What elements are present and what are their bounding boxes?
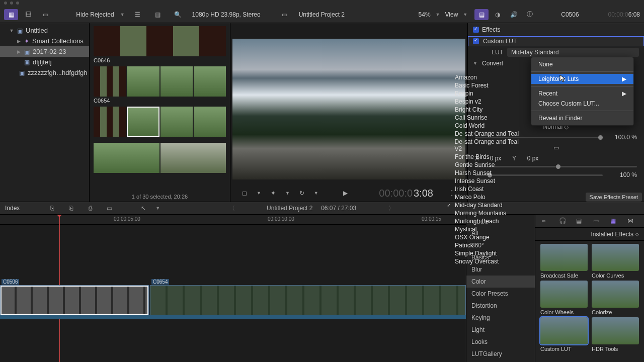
lut-menu-reveal[interactable]: Reveal in Finder	[531, 113, 633, 123]
lut-menu-choose[interactable]: Choose Custom LUT...	[531, 99, 633, 109]
clip-thumb[interactable]	[94, 26, 226, 56]
crop-rect-icon[interactable]: ▭	[553, 144, 559, 151]
lut-menu-recent[interactable]: Recent▶	[531, 88, 633, 99]
clapboard-icon[interactable]: ▭	[278, 9, 292, 20]
fx-transitions-icon[interactable]: ⋈	[627, 217, 637, 225]
lut-list-item[interactable]: De-sat Orange and Teal V2	[443, 138, 528, 153]
lut-list-item[interactable]: Intense Sunset	[443, 177, 528, 185]
retime-icon[interactable]: ↻	[295, 188, 309, 199]
clip-thumb[interactable]	[160, 107, 193, 137]
effect-item[interactable]: Custom LUT	[540, 317, 588, 352]
lut-menu-leightons[interactable]: Leighton's Luts▶	[531, 74, 633, 84]
effect-item[interactable]: Colorize	[592, 281, 639, 315]
append-clip-icon[interactable]: ⎙	[83, 203, 97, 214]
clip-thumb[interactable]	[194, 66, 226, 97]
titles-icon[interactable]: ▭	[38, 9, 52, 20]
lut-list-item[interactable]: OSX Orange	[443, 233, 528, 241]
lut-list-item[interactable]: Bespin	[443, 89, 528, 98]
clip-thumb[interactable]	[94, 66, 126, 97]
timeline-clip[interactable]: C0654	[150, 285, 466, 315]
clip-thumb[interactable]	[94, 107, 126, 137]
view-dropdown[interactable]: View	[445, 11, 458, 18]
timeline-clip[interactable]: C0506	[0, 285, 149, 315]
timeline[interactable]: 00:00:05:00 00:00:10:00 00:00:15 C0506 C…	[0, 215, 466, 362]
lut-list-item[interactable]: Patrick	[443, 241, 528, 249]
lut-list-item[interactable]: De-sat Orange and Teal	[443, 130, 528, 138]
effect-item[interactable]: Broadcast Safe	[540, 244, 588, 279]
lut-list-item[interactable]: Amazon	[443, 73, 528, 81]
inspector-audio-icon[interactable]: 🔊	[507, 9, 521, 20]
clip-thumb[interactable]	[94, 143, 159, 173]
effect-item[interactable]: Color Wheels	[540, 281, 588, 315]
category-item[interactable]: Color Presets	[466, 288, 535, 300]
arrow-tool-icon[interactable]: ↖	[136, 203, 150, 214]
effect-item[interactable]: Color Curves	[592, 244, 639, 279]
lut-list-item[interactable]: Simple Daylight	[443, 249, 528, 257]
list-view-icon[interactable]: ☰	[131, 9, 145, 20]
sidebar-item[interactable]: ▶✦Smart Collections	[0, 36, 89, 46]
lut-list-menu[interactable]: AmazonBasic ForestBespinBespin v2Bright …	[443, 71, 528, 267]
clip-thumb[interactable]	[160, 143, 226, 173]
lut-dropdown[interactable]: Mid-day Standard	[507, 48, 639, 57]
next-edit-icon[interactable]: 〉	[388, 205, 394, 212]
prev-edit-icon[interactable]: 〈	[229, 205, 235, 212]
lut-list-item[interactable]: Bright City	[443, 106, 528, 114]
fx-effects-icon[interactable]: ▦	[610, 217, 620, 225]
sidebar-item[interactable]: ▣dtjtjtetj	[0, 57, 89, 67]
index-button[interactable]: Index	[5, 205, 20, 212]
lut-list-item[interactable]: Cold World	[443, 122, 528, 130]
search-icon[interactable]: 🔍	[171, 9, 185, 20]
connect-clip-icon[interactable]: ⎘	[45, 203, 59, 214]
category-item[interactable]: Looks	[466, 336, 535, 348]
lut-list-item[interactable]: Irish Coast	[443, 185, 528, 193]
overwrite-clip-icon[interactable]: ▭	[102, 203, 116, 214]
category-item[interactable]: LUTGallery	[466, 348, 535, 360]
custom-lut-checkbox[interactable]	[473, 38, 479, 44]
lut-list-item[interactable]: Cali Sunrise	[443, 114, 528, 122]
play-icon[interactable]: ▶	[339, 188, 353, 199]
effects-checkbox[interactable]	[473, 27, 479, 33]
crop-icon[interactable]: ◻	[237, 188, 252, 199]
disclosure-triangle-icon[interactable]: ▼	[473, 61, 478, 66]
library-toggle-icon[interactable]: ▦	[4, 9, 18, 20]
lut-list-item[interactable]: For the Birds	[443, 153, 528, 161]
category-item[interactable]: Distortion	[466, 300, 535, 312]
fx-headphones-icon[interactable]: 🎧	[559, 217, 569, 225]
sidebar-item[interactable]: ▼▣Untitled	[0, 25, 89, 36]
lut-list-item[interactable]: Marco Polo	[443, 193, 528, 201]
inspector-video-icon[interactable]: ▤	[474, 9, 489, 20]
film-icon[interactable]: 🎞	[21, 9, 35, 20]
sidebar-item[interactable]: ▣zzzzzzfgh...hdfgdfgh	[0, 67, 89, 78]
lut-list-item[interactable]: Harsh Sunset	[443, 169, 528, 177]
clip-thumb[interactable]	[127, 107, 159, 137]
clip-thumb[interactable]	[194, 107, 226, 137]
lut-dropdown-menu[interactable]: None Leighton's Luts▶ Recent▶ Choose Cus…	[531, 57, 634, 126]
inspector-color-icon[interactable]: ◑	[491, 9, 505, 20]
hide-rejected-dropdown[interactable]: Hide Rejected	[76, 11, 114, 18]
inspector-info-icon[interactable]: ⓘ	[523, 9, 537, 20]
lut-list-item[interactable]: Morning Mountains	[443, 209, 528, 217]
viewer-canvas[interactable]	[232, 39, 465, 179]
lut-menu-none[interactable]: None	[531, 59, 633, 69]
lut-list-item[interactable]: Snowy Overcast	[443, 257, 528, 265]
enhance-icon[interactable]: ✦	[266, 188, 280, 199]
lut-list-item[interactable]: Murlough Beach	[443, 217, 528, 225]
lut-list-item[interactable]: Mystical	[443, 225, 528, 233]
installed-effects-dropdown[interactable]: Installed Effects	[591, 231, 634, 238]
zoom-dropdown[interactable]: 54%	[419, 11, 431, 18]
sidebar-item[interactable]: ▶▣2017-02-23	[0, 46, 89, 57]
clip-thumb[interactable]	[160, 66, 193, 97]
lut-list-item[interactable]: Bespin v2	[443, 98, 528, 106]
lut-list-item[interactable]: Basic Forest	[443, 81, 528, 89]
fx-scopes-icon[interactable]: ▤	[576, 217, 586, 225]
category-item[interactable]: Color	[466, 276, 535, 288]
timeline-ruler[interactable]: 00:00:05:00 00:00:10:00 00:00:15	[0, 215, 466, 225]
insert-clip-icon[interactable]: ⎗	[64, 203, 78, 214]
filmstrip-view-icon[interactable]: ▥	[151, 9, 165, 20]
save-effects-preset-button[interactable]: Save Effects Preset	[586, 193, 642, 202]
lut-list-item[interactable]: Gentle Sunrise	[443, 161, 528, 169]
lut-list-item[interactable]: ✓Mid-day Standard	[443, 201, 528, 209]
fx-audio-icon[interactable]: ⎓	[542, 217, 552, 225]
effect-item[interactable]: HDR Tools	[592, 317, 639, 352]
clip-thumb[interactable]	[127, 66, 159, 97]
